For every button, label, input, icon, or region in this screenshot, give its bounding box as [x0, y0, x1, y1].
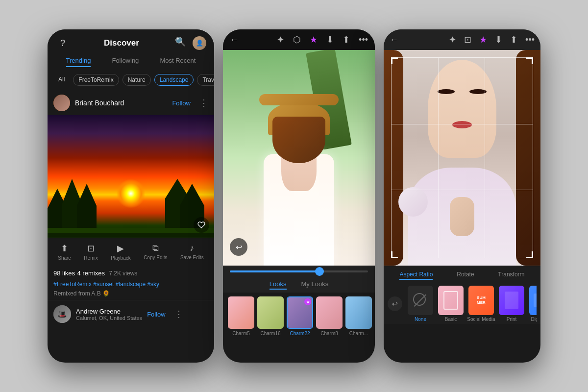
look-charm16[interactable]: Charm16: [257, 296, 284, 336]
back-arrow-icon[interactable]: ←: [390, 35, 398, 45]
adjustment-slider[interactable]: [230, 270, 368, 272]
save-edits-action[interactable]: ♪ Save Edits: [180, 243, 204, 261]
post-tags: #FreeToRemix #sunset #landscape #sky: [53, 281, 159, 288]
remix-action[interactable]: ⊡ Remix: [84, 243, 98, 261]
playback-action[interactable]: ▶ Playback: [111, 243, 131, 261]
tab-most-recent[interactable]: Most Recent: [160, 57, 196, 67]
layers-icon[interactable]: ⬡: [293, 34, 301, 45]
crop-grid-overlay: [391, 57, 533, 258]
discover-tabs: Trending Following Most Recent: [48, 54, 214, 72]
crop-topbar: ← ✦ ⊡ ★ ⬇ ⬆ •••: [384, 29, 540, 50]
looks-topbar: ← ✦ ⬡ ★ ⬇ ⬆ •••: [223, 29, 375, 50]
user2-location: Calumet, OK, United States: [76, 315, 142, 321]
aspect-scroll: None Basic SUMMER S: [406, 286, 537, 322]
tab-my-looks[interactable]: My Looks: [301, 280, 329, 290]
slider-container: [223, 266, 375, 275]
copy-edits-action[interactable]: ⧉ Copy Edits: [144, 243, 167, 261]
user2-follow-button[interactable]: Follow: [147, 311, 166, 318]
looks-tabs: Looks My Looks: [223, 275, 375, 293]
page-title: Discover: [70, 38, 173, 48]
user-name: Briant Bouchard: [75, 99, 167, 107]
user2-more-icon[interactable]: ⋮: [174, 309, 183, 319]
share-icon[interactable]: ⬆: [343, 34, 350, 45]
crop-tabs: Aspect Ratio Rotate Transform: [384, 266, 540, 283]
filter-row: All FreeToRemix Nature Landscape Travel …: [48, 72, 214, 91]
tab-aspect-ratio[interactable]: Aspect Ratio: [399, 271, 433, 280]
remix-source: Remixed from A.B 🌻: [53, 290, 208, 297]
avatar-icon[interactable]: 👤: [193, 36, 206, 50]
more-icon[interactable]: •••: [359, 35, 368, 45]
user-avatar: [53, 95, 70, 111]
filter-nature[interactable]: Nature: [122, 74, 151, 86]
aspect-print[interactable]: Print: [497, 286, 526, 322]
undo-button[interactable]: ↩: [388, 296, 402, 311]
second-user-row: 🎩 Andrew Greene Calumet, OK, United Stat…: [48, 300, 214, 328]
post-stats: 98 likes 4 remixes 7.2K views #FreeToRem…: [48, 266, 214, 300]
tab-looks[interactable]: Looks: [270, 280, 287, 290]
aspect-social-media[interactable]: SUMMER Social Media: [467, 286, 495, 322]
look-charm5[interactable]: Charm5: [228, 296, 254, 336]
like-button[interactable]: [194, 217, 209, 233]
user2-name: Andrew Greene: [76, 308, 142, 315]
share-icon[interactable]: ⬆: [510, 34, 517, 45]
tab-following[interactable]: Following: [112, 57, 139, 67]
share-action[interactable]: ⬆ Share: [58, 243, 71, 261]
aspect-ratio-bar: ↩ None: [384, 283, 540, 324]
tab-rotate[interactable]: Rotate: [457, 271, 474, 280]
help-icon[interactable]: ?: [55, 38, 70, 49]
filter-freetoremix[interactable]: FreeToRemix: [73, 74, 119, 86]
svg-rect-6: [48, 233, 214, 238]
crop-photo: [384, 50, 540, 266]
user2-avatar: 🎩: [53, 305, 71, 323]
look-charm22[interactable]: ★ Charm22: [287, 296, 313, 336]
magic-wand-icon[interactable]: ✦: [449, 34, 456, 45]
aspect-digital[interactable]: Digital A...: [528, 286, 537, 322]
tab-transform[interactable]: Transform: [498, 271, 524, 280]
layers-icon[interactable]: ⊡: [464, 34, 471, 45]
more-icon[interactable]: •••: [525, 35, 535, 45]
phone-looks: ← ✦ ⬡ ★ ⬇ ⬆ •••: [223, 29, 375, 363]
download-icon[interactable]: ⬇: [495, 34, 502, 45]
filter-all[interactable]: All: [53, 74, 70, 86]
search-icon[interactable]: 🔍: [173, 36, 188, 50]
download-icon[interactable]: ⬇: [326, 34, 334, 45]
aspect-none[interactable]: None: [406, 286, 435, 322]
premium-icon[interactable]: ★: [479, 34, 487, 45]
premium-icon[interactable]: ★: [310, 34, 318, 45]
tab-trending[interactable]: Trending: [66, 57, 91, 67]
look-charm8[interactable]: Charm8: [316, 296, 343, 336]
discover-header: ? Discover 🔍 👤: [48, 29, 214, 54]
action-row: ⬆ Share ⊡ Remix ▶ Playback ⧉ Copy Edits …: [48, 238, 214, 266]
likes-count: 98 likes: [53, 270, 75, 277]
looks-scroll: Charm5 Charm16 ★ Charm22: [223, 293, 375, 340]
post-photo: [48, 115, 214, 238]
filter-landscape[interactable]: Landscape: [154, 74, 194, 86]
aspect-basic[interactable]: Basic: [437, 286, 465, 322]
more-options-icon[interactable]: ⋮: [199, 98, 208, 108]
back-icon[interactable]: ←: [230, 35, 239, 45]
undo-button[interactable]: ↩: [230, 238, 247, 256]
remixes-count: 4 remixes: [77, 270, 105, 277]
follow-button[interactable]: Follow: [172, 99, 191, 107]
post-user-row: Briant Bouchard Follow ⋮: [48, 91, 214, 115]
user2-info: Andrew Greene Calumet, OK, United States: [76, 308, 142, 321]
views-count: 7.2K views: [109, 270, 137, 277]
look-charm-more[interactable]: Charm...: [345, 296, 372, 336]
edit-photo: ↩: [223, 50, 375, 266]
phone-discover: ? Discover 🔍 👤 Trending Following Most R…: [48, 29, 214, 363]
filter-travel[interactable]: Travel: [197, 74, 214, 86]
phone-crop: ← ✦ ⊡ ★ ⬇ ⬆ •••: [384, 29, 540, 363]
magic-wand-icon[interactable]: ✦: [277, 34, 284, 45]
